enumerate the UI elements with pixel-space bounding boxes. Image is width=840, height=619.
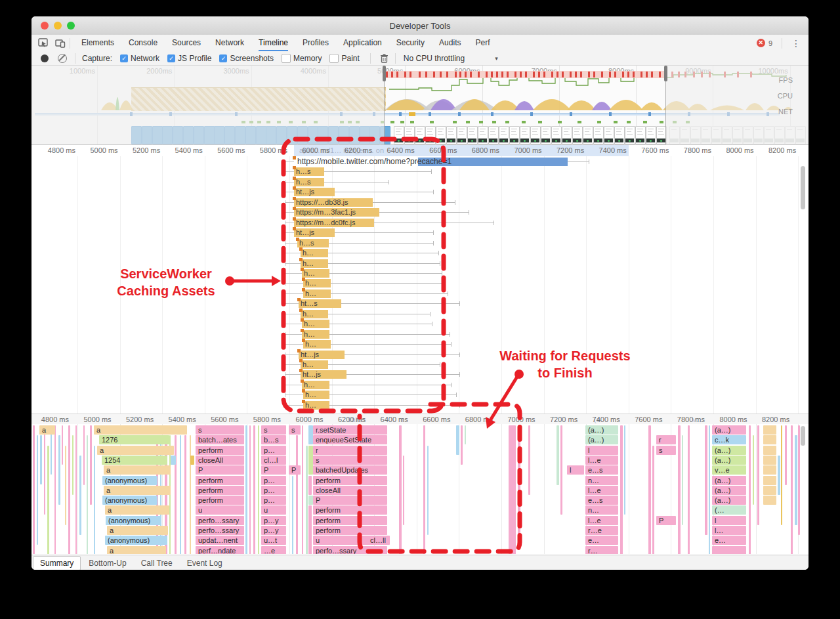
- error-badge[interactable]: ✕ 9 ⋮: [757, 38, 808, 49]
- network-request-row[interactable]: ht…js: [32, 370, 808, 380]
- flame-bar[interactable]: a: [107, 526, 168, 535]
- tab-application[interactable]: Application: [343, 35, 382, 51]
- flame-bar[interactable]: (a…): [585, 425, 618, 435]
- flame-bar[interactable]: a: [39, 425, 55, 435]
- filmstrip-thumbnail[interactable]: [530, 126, 541, 144]
- detail-tab-bottom-up[interactable]: Bottom-Up: [82, 557, 133, 570]
- flame-bar[interactable]: u: [261, 505, 286, 515]
- request-bar[interactable]: https://m…3fac1.js: [294, 208, 379, 217]
- filmstrip-thumbnail[interactable]: [394, 126, 404, 144]
- flame-bar[interactable]: (a…): [712, 456, 746, 465]
- flame-bar[interactable]: perfo…ssary: [313, 546, 387, 554]
- request-bar[interactable]: h…: [303, 289, 331, 298]
- request-bar[interactable]: https://m…dc0fc.js: [294, 219, 374, 227]
- kebab-menu-icon[interactable]: ⋮: [791, 38, 801, 49]
- network-request-row[interactable]: h…: [32, 289, 808, 299]
- flame-bar[interactable]: perform: [196, 496, 244, 505]
- flame-bar[interactable]: c…k: [712, 435, 746, 444]
- network-request-row[interactable]: https://…db38.js: [32, 198, 808, 208]
- flame-bar[interactable]: r: [313, 446, 387, 455]
- flame-bar[interactable]: P: [261, 465, 286, 475]
- flame-bar[interactable]: a: [107, 546, 166, 554]
- network-request-row[interactable]: h…s: [32, 178, 808, 188]
- flame-bar[interactable]: s: [289, 425, 301, 435]
- inspect-element-icon[interactable]: [38, 38, 49, 49]
- request-bar[interactable]: h…s: [297, 239, 329, 247]
- flame-bar[interactable]: (a…): [712, 486, 746, 495]
- tab-audits[interactable]: Audits: [439, 35, 461, 51]
- network-request-row[interactable]: https://m…dc0fc.js: [32, 219, 808, 228]
- flame-bar[interactable]: closeAll: [196, 456, 244, 465]
- flame-bar[interactable]: e…: [585, 536, 618, 545]
- filmstrip-thumbnail[interactable]: [499, 126, 509, 144]
- flame-bar[interactable]: b…s: [261, 435, 286, 444]
- flame-bar[interactable]: P: [289, 465, 301, 475]
- flame-bar[interactable]: [712, 546, 746, 554]
- tab-timeline[interactable]: Timeline: [259, 35, 288, 51]
- filmstrip-thumbnail[interactable]: [646, 126, 656, 144]
- request-bar[interactable]: h…: [302, 320, 329, 328]
- flame-bar[interactable]: [763, 465, 776, 475]
- flame-bar[interactable]: p…: [261, 476, 286, 485]
- flame-bar[interactable]: a: [94, 425, 187, 435]
- checkbox-paint[interactable]: [329, 54, 339, 63]
- flame-bar[interactable]: (…: [712, 505, 746, 515]
- flame-bar[interactable]: (anonymous): [102, 476, 158, 485]
- request-bar[interactable]: h…: [303, 340, 331, 349]
- cpu-throttle-select[interactable]: No CPU throttling: [404, 54, 465, 63]
- filmstrip-thumbnail[interactable]: [457, 126, 467, 144]
- detail-tab-summary[interactable]: Summary: [33, 556, 81, 570]
- flame-bar[interactable]: l…: [712, 526, 746, 535]
- flame-bar[interactable]: perform: [313, 476, 387, 485]
- trash-icon[interactable]: [380, 54, 388, 63]
- checkbox-network[interactable]: ✓: [120, 54, 128, 62]
- tab-console[interactable]: Console: [129, 35, 158, 51]
- flame-bar[interactable]: n…: [585, 505, 618, 515]
- flame-bar[interactable]: …e: [261, 546, 286, 554]
- filmstrip-thumbnail[interactable]: [467, 126, 478, 144]
- network-request-row[interactable]: h…: [32, 320, 808, 330]
- network-request-row[interactable]: h…: [32, 340, 808, 350]
- filmstrip-thumbnail[interactable]: [583, 126, 593, 144]
- detail-tab-call-tree[interactable]: Call Tree: [135, 557, 179, 570]
- flame-bar[interactable]: s: [656, 446, 676, 455]
- request-bar[interactable]: h…: [301, 360, 328, 369]
- filmstrip-thumbnail[interactable]: [551, 126, 562, 144]
- flame-bar[interactable]: perfo…ssary: [196, 526, 244, 535]
- network-request-row[interactable]: h…: [32, 330, 808, 340]
- waterfall-scrollbar[interactable]: [801, 166, 805, 209]
- flame-bar[interactable]: (anonymous): [102, 496, 158, 505]
- flame-bar[interactable]: (anonymous): [105, 536, 167, 545]
- flame-bar[interactable]: perform: [313, 526, 387, 535]
- tab-profiles[interactable]: Profiles: [303, 35, 329, 51]
- filmstrip-thumbnail[interactable]: [635, 126, 646, 144]
- flame-bar[interactable]: [171, 456, 176, 465]
- network-request-row[interactable]: ht…s: [32, 299, 808, 309]
- flame-bar[interactable]: (a…): [712, 476, 746, 485]
- network-request-row[interactable]: ht…js: [32, 351, 808, 360]
- flame-bar[interactable]: u…t: [261, 536, 286, 545]
- filmstrip-thumbnail[interactable]: [478, 126, 488, 144]
- network-request-row[interactable]: ht…js: [32, 188, 808, 198]
- flame-bar[interactable]: s: [261, 425, 286, 435]
- network-request-row[interactable]: https://m…3fac1.js: [32, 208, 808, 218]
- network-request-row[interactable]: h…: [32, 391, 808, 400]
- flame-bar[interactable]: r: [656, 435, 676, 444]
- flame-bar[interactable]: [763, 496, 776, 505]
- request-bar[interactable]: h…s: [294, 178, 324, 186]
- flame-bar[interactable]: a: [97, 446, 174, 455]
- filmstrip-thumbnail[interactable]: [520, 126, 530, 144]
- flame-bar[interactable]: [763, 456, 776, 465]
- flame-bar[interactable]: P: [313, 496, 387, 505]
- network-request-row[interactable]: h…: [32, 381, 808, 391]
- flame-bar[interactable]: n…: [585, 476, 618, 485]
- network-request-row-selected[interactable]: https://mobile.twitter.com/home?precache…: [32, 158, 808, 167]
- flame-bar[interactable]: enqueueSetState: [313, 435, 387, 444]
- flame-bar[interactable]: 1254: [102, 456, 167, 465]
- network-request-row[interactable]: h…: [32, 279, 808, 289]
- request-bar[interactable]: h…: [301, 310, 328, 318]
- flame-bar[interactable]: perfo…ssary: [196, 516, 244, 525]
- flame-bar[interactable]: r.setState: [313, 425, 387, 435]
- request-bar[interactable]: h…: [302, 330, 329, 339]
- flame-bar[interactable]: p…: [261, 486, 286, 495]
